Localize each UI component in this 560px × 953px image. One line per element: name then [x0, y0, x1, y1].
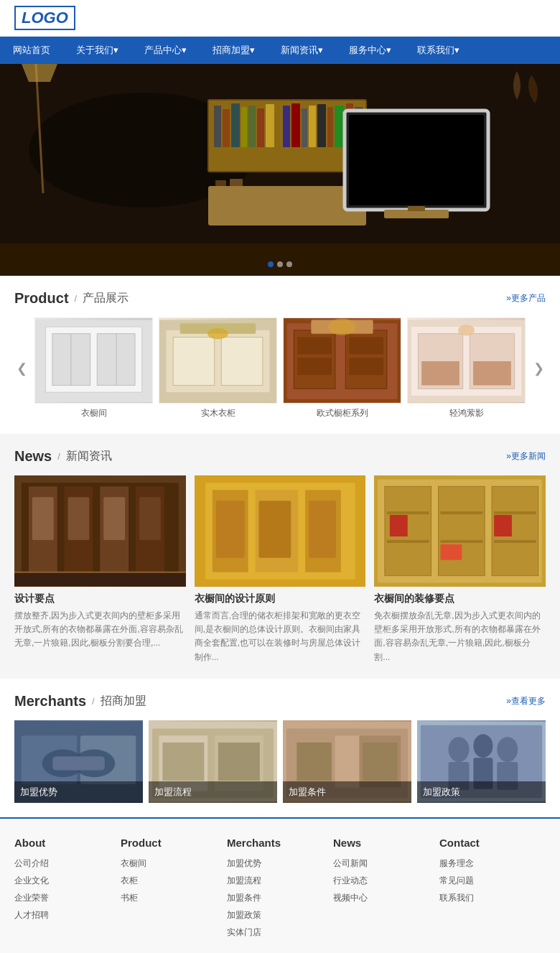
footer-link-contact-2[interactable]: 联系我们	[439, 892, 546, 904]
svg-rect-10	[241, 107, 247, 147]
footer-link-about-3[interactable]: 人才招聘	[14, 909, 121, 921]
nav-merchants[interactable]: 招商加盟▾	[200, 37, 268, 64]
news-title-cn: 新闻资讯	[66, 449, 112, 464]
footer-link-merchants-3[interactable]: 加盟政策	[227, 909, 333, 921]
footer-link-merchants-0[interactable]: 加盟优势	[227, 857, 333, 870]
news-item-1[interactable]: 设计要点 摆放整齐,因为步入式更衣间内的壁柜多采用开放式,所有的衣物都暴露在外面…	[14, 475, 186, 664]
product-image-3	[283, 317, 401, 404]
svg-rect-18	[309, 106, 316, 147]
svg-rect-114	[297, 743, 331, 781]
svg-rect-17	[302, 108, 307, 147]
svg-rect-71	[139, 497, 161, 540]
svg-rect-15	[283, 106, 290, 147]
svg-rect-107	[162, 743, 204, 781]
product-image-1	[34, 317, 153, 404]
footer-link-merchants-1[interactable]: 加盟流程	[227, 875, 333, 887]
svg-point-44	[207, 328, 228, 339]
svg-rect-24	[208, 186, 366, 226]
footer-columns: About 公司介绍 企业文化 企业荣誉 人才招聘 Product 衣橱间 衣柜…	[14, 837, 546, 944]
product-item-1[interactable]: 衣橱间	[34, 317, 153, 419]
carousel-dot-3[interactable]	[286, 261, 292, 267]
news-desc-3: 免衣橱摆放杂乱无章,因为步入式更衣间内的壁柜多采用开放形式,所有的衣物都暴露在外…	[374, 609, 546, 664]
svg-rect-80	[216, 501, 245, 558]
footer-link-contact-1[interactable]: 常见问题	[439, 875, 546, 887]
product-more[interactable]: »更多产品	[506, 292, 546, 305]
merchants-sep: /	[92, 696, 95, 707]
news-title-3: 衣橱间的装修要点	[374, 592, 546, 605]
svg-rect-20	[327, 107, 333, 147]
news-item-3[interactable]: 衣橱间的装修要点 免衣橱摆放杂乱无章,因为步入式更衣间内的壁柜多采用开放形式,所…	[374, 475, 546, 664]
nav-about[interactable]: 关于我们▾	[63, 37, 131, 64]
product-prev-arrow[interactable]: ❮	[14, 347, 29, 390]
svg-rect-89	[387, 540, 429, 543]
svg-point-118	[449, 737, 470, 762]
nav-product[interactable]: 产品中心▾	[131, 37, 200, 64]
news-item-2[interactable]: 衣橱间的设计原则 通常而言,合理的储衣柜排架和宽敞的更衣空间,是衣橱间的总体设计…	[195, 475, 366, 664]
svg-rect-9	[231, 103, 240, 147]
nav-news[interactable]: 新闻资讯▾	[268, 37, 336, 64]
merchant-label-2: 加盟流程	[149, 781, 277, 803]
footer-link-contact-0[interactable]: 服务理念	[439, 857, 546, 870]
footer-link-product-1[interactable]: 衣柜	[121, 875, 227, 887]
svg-rect-14	[276, 107, 281, 147]
svg-rect-72	[14, 572, 186, 587]
news-section-title: News / 新闻资讯 »更多新闻	[14, 448, 546, 465]
footer-link-merchants-4[interactable]: 实体门店	[227, 926, 333, 939]
product-next-arrow[interactable]: ❯	[531, 347, 546, 390]
navigation: 网站首页 关于我们▾ 产品中心▾ 招商加盟▾ 新闻资讯▾ 服务中心▾ 联系我们▾	[0, 37, 560, 64]
product-item-4[interactable]: 轻鸿萦影	[407, 317, 526, 419]
merchants-section: Merchants / 招商加盟 »查看更多 加盟优势	[0, 679, 560, 817]
svg-rect-69	[68, 497, 90, 540]
product-item-3[interactable]: 欧式橱柜系列	[283, 317, 401, 419]
merchants-more[interactable]: »查看更多	[506, 695, 546, 707]
news-desc-2: 通常而言,合理的储衣柜排架和宽敞的更衣空间,是衣橱间的总体设计原则。衣橱间由家具…	[195, 609, 366, 664]
news-more[interactable]: »更多新闻	[506, 450, 546, 462]
svg-rect-115	[363, 743, 397, 781]
product-image-4	[407, 317, 526, 404]
footer-link-news-1[interactable]: 行业动态	[333, 875, 439, 887]
news-image-2	[195, 475, 366, 587]
svg-rect-60	[473, 361, 511, 386]
footer-link-news-0[interactable]: 公司新闻	[333, 857, 439, 870]
svg-rect-8	[223, 109, 230, 147]
merchant-item-2[interactable]: 加盟流程	[149, 720, 277, 803]
svg-rect-12	[257, 108, 264, 147]
merchant-item-3[interactable]: 加盟条件	[283, 720, 411, 803]
product-label-4: 轻鸿萦影	[407, 407, 526, 419]
footer-merchants-title: Merchants	[227, 837, 333, 849]
product-title-cn: 产品展示	[83, 291, 129, 306]
footer-link-news-2[interactable]: 视频中心	[333, 892, 439, 904]
svg-rect-13	[266, 104, 274, 147]
svg-rect-42	[221, 337, 263, 385]
nav-home[interactable]: 网站首页	[0, 37, 63, 64]
svg-rect-93	[494, 540, 536, 543]
news-sep: /	[57, 451, 60, 462]
svg-point-120	[473, 734, 493, 758]
product-item-2[interactable]: 实木衣柜	[159, 317, 277, 419]
hero-illustration	[0, 64, 560, 276]
nav-contact[interactable]: 联系我们▾	[404, 37, 472, 64]
carousel-dot-2[interactable]	[277, 261, 283, 267]
footer-product-title: Product	[121, 837, 227, 849]
footer-link-about-2[interactable]: 企业荣誉	[14, 892, 121, 904]
footer-link-about-1[interactable]: 企业文化	[14, 875, 121, 887]
footer-link-about-0[interactable]: 公司介绍	[14, 857, 121, 870]
merchant-item-4[interactable]: 加盟政策	[417, 720, 546, 803]
svg-rect-92	[494, 511, 536, 514]
footer-link-merchants-2[interactable]: 加盟条件	[227, 892, 333, 904]
news-grid: 设计要点 摆放整齐,因为步入式更衣间内的壁柜多采用开放式,所有的衣物都暴露在外面…	[14, 475, 546, 664]
footer-link-product-2[interactable]: 书柜	[121, 892, 227, 904]
footer-link-product-0[interactable]: 衣橱间	[121, 857, 227, 870]
svg-rect-54	[349, 358, 383, 375]
merchant-item-1[interactable]: 加盟优势	[14, 720, 143, 803]
carousel-dot-1[interactable]	[268, 261, 274, 267]
logo[interactable]: LOGO	[14, 6, 75, 30]
svg-rect-94	[390, 515, 408, 536]
svg-rect-51	[297, 337, 332, 354]
footer-col-merchants: Merchants 加盟优势 加盟流程 加盟条件 加盟政策 实体门店	[227, 837, 333, 944]
nav-service[interactable]: 服务中心▾	[336, 37, 404, 64]
news-image-3	[374, 475, 546, 587]
product-label-1: 衣橱间	[34, 407, 153, 419]
news-title-en: News	[14, 448, 52, 465]
product-image-2	[159, 317, 277, 404]
